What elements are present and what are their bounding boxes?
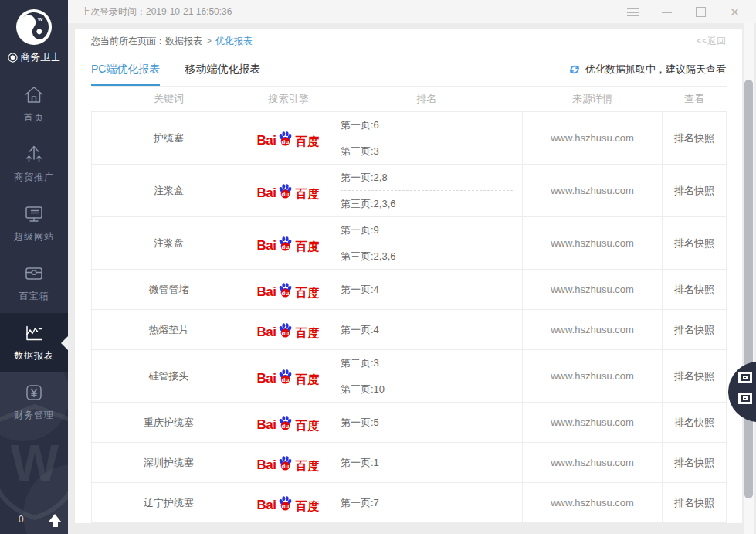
qr-square-icon [738,372,752,383]
rank-snapshot-link[interactable]: 排名快照 [674,132,714,144]
engine-cell: Bai du 百度 [246,270,331,310]
sidebar-nav: 首页 商贸推广 超级网站 百宝箱 数据报表 财务管理 [0,75,68,432]
svg-text:du: du [282,138,290,145]
rank-snapshot-link[interactable]: 排名快照 [674,185,714,196]
breadcrumb-current[interactable]: 优化报表 [215,35,253,48]
scrollbar-track[interactable] [744,23,754,534]
qr-square-icon [738,393,752,404]
view-cell: 排名快照 [663,443,727,483]
rank-snapshot-link[interactable]: 排名快照 [674,417,714,428]
scrollbar-thumb[interactable] [744,80,753,498]
collapse-up-arrow-icon[interactable] [49,514,61,528]
sidebar-item-超级网站[interactable]: 超级网站 [0,194,68,253]
table-row: 护缆塞 Bai du 百度 第一页:6第三页:3 www.hszhusu.com… [92,112,727,165]
keyword-cell [92,523,246,524]
svg-text:du: du [282,376,290,383]
fetch-status: 优化数据抓取中，建议隔天查看 [568,63,726,77]
finance-yuan-icon [0,381,68,406]
table-row: 深圳护缆塞 Bai du 百度 第一页:1 www.hszhusu.com 排名… [92,443,727,483]
sidebar-item-首页[interactable]: 首页 [0,75,68,134]
rank-snapshot-link[interactable]: 排名快照 [674,237,714,249]
rank-cell: 第一页:1 [331,443,523,483]
rank-line: 第一页:6 [341,112,513,138]
engine-cell: Bai du 百度 [246,112,331,165]
rank-snapshot-link[interactable]: 排名快照 [674,497,714,508]
hamburger-menu-icon[interactable] [627,6,639,18]
rank-snapshot-link[interactable]: 排名快照 [674,370,714,382]
source-cell: www.hszhusu.com [523,443,663,483]
table-row: Bai du 百度 [92,523,727,524]
svg-text:du: du [282,190,290,197]
view-cell: 排名快照 [663,350,727,403]
baidu-logo: Bai du 百度 [257,281,320,298]
rank-line: 第三页:2,3,6 [341,190,513,216]
rank-cell: 第一页:7 [331,483,523,523]
view-cell: 排名快照 [663,403,727,443]
keyword-cell: 重庆护缆塞 [92,403,246,443]
home-icon [0,83,68,108]
brand-badge-icon [8,53,18,63]
rank-line: 第二页:3 [341,350,513,376]
tab-PC端优化报表[interactable]: PC端优化报表 [91,53,160,86]
maximize-button[interactable] [695,6,707,18]
titlebar: 上次登录时间：2019-10-21 16:50:36 ✕ [68,0,756,23]
rank-snapshot-link[interactable]: 排名快照 [674,324,714,335]
keyword-cell: 热熔垫片 [92,310,246,350]
svg-text:du: du [282,502,290,509]
rank-snapshot-link[interactable]: 排名快照 [674,457,714,468]
sidebar: w 商务卫士 首页 商贸推广 超级网站 百宝箱 数据报表 财务管理 [0,0,68,534]
column-header: 来源详情 [523,87,663,112]
rank-cell [331,523,523,524]
engine-cell: Bai du 百度 [246,165,331,217]
sidebar-item-商贸推广[interactable]: 商贸推广 [0,134,68,194]
sidebar-item-数据报表[interactable]: 数据报表 [0,313,68,372]
view-cell: 排名快照 [663,217,727,270]
rank-line: 第一页:1 [341,450,513,475]
sidebar-item-百宝箱[interactable]: 百宝箱 [0,253,68,313]
main-area: 上次登录时间：2019-10-21 16:50:36 ✕ 您当前所在页面：数据报… [68,0,756,534]
keyword-cell: 辽宁护缆塞 [92,483,246,523]
table-row: 辽宁护缆塞 Bai du 百度 第一页:7 www.hszhusu.com 排名… [92,483,727,523]
rank-line: 第三页:2,3,6 [341,243,513,269]
tab-移动端优化报表[interactable]: 移动端优化报表 [185,53,260,86]
source-cell: www.hszhusu.com [523,403,663,443]
engine-cell: Bai du 百度 [246,310,331,350]
rank-line: 第一页:7 [341,490,513,515]
source-cell [523,523,663,524]
view-cell [663,523,727,524]
source-cell: www.hszhusu.com [523,350,663,403]
rank-cell: 第一页:4 [331,270,523,310]
refresh-icon [568,63,581,76]
sidebar-item-财务管理[interactable]: 财务管理 [0,372,68,432]
minimize-button[interactable] [661,6,673,18]
baidu-logo: Bai du 百度 [257,235,320,252]
view-cell: 排名快照 [663,483,727,523]
table-row: 注浆盒 Bai du 百度 第一页:2,8第三页:2,3,6 www.hszhu… [92,165,727,217]
svg-text:du: du [282,462,290,469]
rank-line: 第一页:9 [341,217,513,243]
close-button[interactable]: ✕ [729,6,741,18]
back-link[interactable]: <<返回 [697,35,726,48]
source-cell: www.hszhusu.com [523,112,663,165]
source-cell: www.hszhusu.com [523,483,663,523]
column-header: 搜索引擎 [246,87,331,112]
view-cell: 排名快照 [663,112,727,165]
keyword-cell: 硅管接头 [92,350,246,403]
data-report-chart-icon [0,321,68,346]
keyword-cell: 微管管堵 [92,270,246,310]
engine-cell: Bai du 百度 [246,403,331,443]
rank-line: 第一页:4 [341,317,513,342]
engine-cell: Bai du 百度 [246,350,331,403]
keyword-cell: 注浆盒 [92,165,246,217]
rank-cell: 第一页:4 [331,310,523,350]
svg-text:du: du [282,422,290,429]
last-login-text: 上次登录时间：2019-10-21 16:50:36 [81,5,232,19]
source-cell: www.hszhusu.com [523,217,663,270]
rank-line: 第一页:5 [341,410,513,435]
baidu-logo: Bai du 百度 [257,182,320,199]
breadcrumb-prefix: 您当前所在页面：数据报表 [91,35,202,48]
baidu-logo: Bai du 百度 [257,495,320,512]
svg-text:du: du [282,329,290,336]
rank-snapshot-link[interactable]: 排名快照 [674,284,714,295]
keyword-cell: 注浆盘 [92,217,246,270]
